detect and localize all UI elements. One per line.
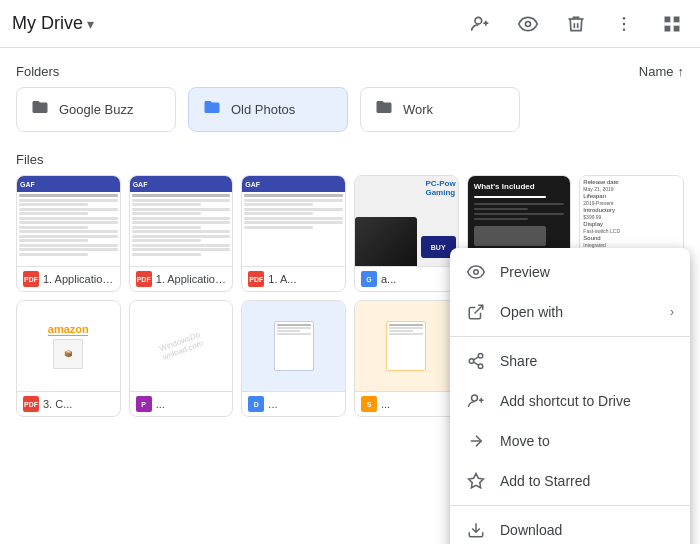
- eye-icon: [466, 262, 486, 282]
- menu-item-add-shortcut[interactable]: Add shortcut to Drive: [450, 381, 690, 421]
- more-options-button[interactable]: [608, 8, 640, 40]
- file-thumb-10: [355, 301, 458, 391]
- svg-point-0: [475, 17, 482, 24]
- svg-rect-8: [674, 16, 680, 22]
- grid-view-button[interactable]: [656, 8, 688, 40]
- file-name-10: ...: [381, 398, 390, 410]
- svg-marker-22: [469, 474, 484, 488]
- file-name-4: a...: [381, 273, 396, 285]
- menu-item-open-with[interactable]: Open with ›: [450, 292, 690, 332]
- file-footer-1: PDF 1. Application Form f...: [17, 266, 120, 291]
- menu-item-move-to[interactable]: Move to: [450, 421, 690, 461]
- svg-line-18: [473, 357, 478, 360]
- header-actions: [464, 8, 688, 40]
- svg-point-16: [478, 364, 483, 369]
- menu-item-share[interactable]: Share: [450, 341, 690, 381]
- folder-name-old-photos: Old Photos: [231, 102, 295, 117]
- main-content: Folders Name ↑ Google Buzz Old Photos Wo…: [0, 48, 700, 544]
- file-name-7: 3. C...: [43, 398, 72, 410]
- menu-label-download: Download: [500, 522, 674, 538]
- folders-label: Folders: [16, 64, 59, 79]
- download-icon: [466, 520, 486, 540]
- pdf-icon-7: PDF: [23, 396, 39, 412]
- pdf-icon-1: PDF: [23, 271, 39, 287]
- svg-rect-7: [665, 16, 671, 22]
- menu-item-preview[interactable]: Preview: [450, 252, 690, 292]
- dropdown-arrow-icon[interactable]: ▾: [87, 16, 94, 32]
- svg-point-4: [623, 16, 626, 19]
- context-menu: Preview Open with › Share Add shortcut t…: [450, 248, 690, 544]
- file-thumb-1: GAF: [17, 176, 120, 266]
- file-card-4[interactable]: PC-PowGaming BUY G a...: [354, 175, 459, 292]
- file-name-3: 1. A...: [268, 273, 296, 285]
- file-footer-7: PDF 3. C...: [17, 391, 120, 416]
- file-footer-3: PDF 1. A...: [242, 266, 345, 291]
- pdf-icon-3: PDF: [248, 271, 264, 287]
- file-card-9[interactable]: D ...: [241, 300, 346, 417]
- drive-title-area[interactable]: My Drive ▾: [12, 13, 464, 34]
- svg-point-19: [472, 395, 478, 401]
- svg-point-15: [469, 359, 474, 364]
- pdf-icon-2: PDF: [136, 271, 152, 287]
- file-card-10[interactable]: S ...: [354, 300, 459, 417]
- file-footer-9: D ...: [242, 391, 345, 416]
- move-to-icon: [466, 431, 486, 451]
- star-icon: [466, 471, 486, 491]
- folder-name-google-buzz: Google Buzz: [59, 102, 133, 117]
- file-thumb-9: [242, 301, 345, 391]
- sort-button[interactable]: Name ↑: [639, 64, 684, 79]
- file-card-7[interactable]: amazon 📦 PDF 3. C...: [16, 300, 121, 417]
- file-name-8: ...: [156, 398, 165, 410]
- menu-label-open-with: Open with: [500, 304, 656, 320]
- other-icon-4: G: [361, 271, 377, 287]
- files-section-header: Files: [16, 144, 684, 175]
- folder-card-google-buzz[interactable]: Google Buzz: [16, 87, 176, 132]
- file-card-3[interactable]: GAF PDF 1. A...: [241, 175, 346, 292]
- svg-point-14: [478, 354, 483, 359]
- folder-icon-old-photos: [203, 98, 221, 121]
- files-label: Files: [16, 152, 43, 167]
- folder-icon-google-buzz: [31, 98, 49, 121]
- sort-arrow-icon: ↑: [678, 64, 685, 79]
- menu-item-add-starred[interactable]: Add to Starred: [450, 461, 690, 501]
- file-footer-10: S ...: [355, 391, 458, 416]
- folder-card-old-photos[interactable]: Old Photos: [188, 87, 348, 132]
- shortcut-icon: [466, 391, 486, 411]
- menu-label-preview: Preview: [500, 264, 674, 280]
- drive-title-text: My Drive: [12, 13, 83, 34]
- file-thumb-3: GAF: [242, 176, 345, 266]
- menu-divider-2: [450, 505, 690, 506]
- file-footer-8: P ...: [130, 391, 233, 416]
- svg-rect-10: [674, 25, 680, 31]
- file-card-8[interactable]: WindowsDownload.com P ...: [129, 300, 234, 417]
- file-name-1: 1. Application Form f...: [43, 273, 114, 285]
- delete-button[interactable]: [560, 8, 592, 40]
- svg-line-17: [473, 362, 478, 365]
- svg-point-3: [526, 21, 531, 26]
- other-icon-8: P: [136, 396, 152, 412]
- folders-section-header: Folders Name ↑: [16, 56, 684, 87]
- other-icon-9: D: [248, 396, 264, 412]
- svg-point-12: [474, 270, 479, 275]
- share-icon: [466, 351, 486, 371]
- file-thumb-7: amazon 📦: [17, 301, 120, 391]
- svg-point-6: [623, 28, 626, 31]
- chevron-right-icon: ›: [670, 305, 674, 319]
- file-footer-2: PDF 1. Application Form f...: [130, 266, 233, 291]
- file-card-1[interactable]: GAF: [16, 175, 121, 292]
- file-card-2[interactable]: GAF: [129, 175, 234, 292]
- preview-button[interactable]: [512, 8, 544, 40]
- header: My Drive ▾: [0, 0, 700, 48]
- add-person-button[interactable]: [464, 8, 496, 40]
- menu-item-download[interactable]: Download: [450, 510, 690, 544]
- file-thumb-2: GAF: [130, 176, 233, 266]
- file-name-9: ...: [268, 398, 277, 410]
- sort-label: Name: [639, 64, 674, 79]
- menu-label-share: Share: [500, 353, 674, 369]
- menu-label-add-starred: Add to Starred: [500, 473, 674, 489]
- folder-card-work[interactable]: Work: [360, 87, 520, 132]
- menu-divider-1: [450, 336, 690, 337]
- file-thumb-8: WindowsDownload.com: [130, 301, 233, 391]
- folder-name-work: Work: [403, 102, 433, 117]
- svg-point-5: [623, 22, 626, 25]
